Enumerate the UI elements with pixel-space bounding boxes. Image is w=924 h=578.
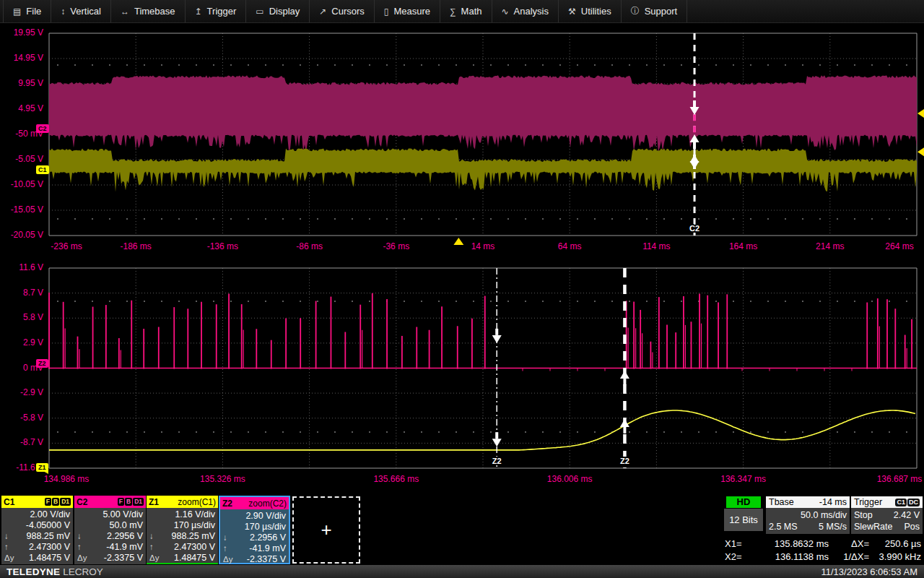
x-tick-label: 64 ms <box>530 241 609 251</box>
menu-item-cursors[interactable]: ↗Cursors <box>310 0 375 22</box>
y-tick-label: 19.95 V <box>0 27 43 38</box>
x-tick-label: 14 ms <box>443 241 523 251</box>
file-icon: ▤ <box>13 7 21 17</box>
cursor-readout: X1= 135.8632 ms ΔX= 250.6 µs X2= 136.113… <box>725 537 921 563</box>
timebase-icon: ↔ <box>121 7 129 17</box>
dx-label: ΔX= <box>829 538 869 549</box>
trigger-header: Trigger C1 DC <box>851 496 923 508</box>
brand-logo: TELEDYNE LECROY <box>6 566 103 577</box>
offset-value: -4.05000 V <box>19 520 70 530</box>
menu-item-math[interactable]: ∑Math <box>440 0 492 22</box>
zoom-grid[interactable]: Z2Z2 <box>49 268 924 486</box>
max-arrow-icon: ↑ <box>149 543 164 551</box>
zoom-source-z1: zoom(C1) <box>178 497 216 507</box>
display-icon: ▭ <box>256 7 263 17</box>
channel-panel-c1[interactable]: C1 F B D1 2.00 V/div -4.05000 V ↓988.25 … <box>1 496 73 564</box>
support-icon: ⓘ <box>631 5 640 17</box>
x-tick-label: -236 ms <box>27 241 106 251</box>
max-value: -41.9 mV <box>237 543 286 553</box>
trigger-body: Stop2.42 V SlewRatePos <box>851 508 923 534</box>
channel-readout-c2: 5.00 V/div 50.0 mV ↓2.2956 V ↑-41.9 mV Δ… <box>74 508 146 564</box>
y-tick-label: -20.05 V <box>0 230 43 240</box>
trigger-title: Trigger <box>854 497 882 507</box>
channel-label-c2: C2 <box>77 497 87 507</box>
delta-y-icon: Δy <box>4 553 19 562</box>
y-tick-label: -5.05 V <box>0 154 43 164</box>
cursor-label: Z2 <box>492 457 502 465</box>
zoom-label-z1: Z1 <box>149 497 159 507</box>
menu-item-trigger[interactable]: ↥Trigger <box>186 0 247 22</box>
menu-item-label: Trigger <box>207 6 237 17</box>
trigger-coupling-badge: DC <box>907 499 920 506</box>
menu-item-label: Timebase <box>134 6 175 17</box>
main-grid[interactable]: C2 <box>49 33 924 253</box>
y-tick-label: 9.95 V <box>0 78 43 88</box>
trigger-panel[interactable]: Trigger C1 DC Stop2.42 V SlewRatePos <box>851 496 923 534</box>
trace-z1 <box>49 410 915 450</box>
vdiv-value: 2.00 V/div <box>19 509 70 519</box>
delta-y-icon: Δy <box>77 553 92 562</box>
zoom-label-z2: Z2 <box>222 499 232 509</box>
level-marker[interactable] <box>918 109 924 118</box>
trigger-mode: Stop <box>854 510 873 520</box>
menu-item-label: Cursors <box>331 6 365 17</box>
channel-offset-tag-c2[interactable]: C2 <box>36 124 49 133</box>
timebase-panel[interactable]: Tbase -14 ms 50.0 ms/div 2.5 MS5 MS/s <box>766 496 850 534</box>
menu-item-utilities[interactable]: ⚒Utilities <box>559 0 622 22</box>
x-tick-label: -86 ms <box>270 241 349 251</box>
max-arrow-icon: ↑ <box>223 544 237 553</box>
invdx-label: 1/ΔX= <box>829 551 869 562</box>
y-tick-label: 8.7 V <box>0 288 43 298</box>
add-trace-dropzone[interactable]: + <box>292 496 360 564</box>
tdiv-value: 170 µs/div <box>164 520 215 530</box>
timebase-body: 50.0 ms/div 2.5 MS5 MS/s <box>766 508 850 534</box>
zoom-panel-z1[interactable]: Z1 zoom(C1) 1.16 V/div 170 µs/div ↓988.2… <box>147 496 218 564</box>
cursors-icon: ↗ <box>319 7 326 17</box>
zoom-panel-z1-header: Z1 zoom(C1) <box>147 496 218 508</box>
menu-item-measure[interactable]: ▯Measure <box>375 0 440 22</box>
channel-offset-tag-c1[interactable]: C1 <box>36 165 49 174</box>
tdiv-value: 170 µs/div <box>237 522 286 532</box>
x1-label: X1= <box>725 538 754 549</box>
menu-item-label: Display <box>269 6 300 17</box>
channel-panel-c2-header: C2 F B D1 <box>74 496 146 508</box>
menu-item-label: Support <box>645 6 678 17</box>
delta-y-value: 1.48475 V <box>19 553 70 563</box>
min-arrow-icon: ↓ <box>223 533 237 542</box>
x-tick-label: 136.347 ms <box>704 474 783 484</box>
measure-icon: ▯ <box>384 7 389 17</box>
channel-panel-c2[interactable]: C2 F B D1 5.00 V/div 50.0 mV ↓2.2956 V ↑… <box>74 496 146 564</box>
menu-item-display[interactable]: ▭Display <box>246 0 310 22</box>
menu-item-label: Measure <box>393 6 430 17</box>
min-arrow-icon: ↓ <box>77 532 92 540</box>
badge-d1: D1 <box>60 498 71 506</box>
zoom-readout-z2: 2.90 V/div 170 µs/div ↓2.2956 V ↑-41.9 m… <box>220 509 289 566</box>
dx-value: 250.6 µs <box>869 538 921 549</box>
badge-b: B <box>52 498 59 506</box>
badge-d1: D1 <box>133 498 144 506</box>
zoom-panel-z2[interactable]: Z2 zoom(C2) 2.90 V/div 170 µs/div ↓2.295… <box>219 496 290 564</box>
hd-mode-panel[interactable]: HD 12 Bits <box>724 496 763 531</box>
timebase-rate: 5 MS/s <box>819 522 847 532</box>
menu-item-timebase[interactable]: ↔Timebase <box>111 0 186 22</box>
max-arrow-icon: ↑ <box>4 543 19 551</box>
menu-item-label: Math <box>461 6 482 17</box>
channel-offset-tag-z2[interactable]: Z2 <box>36 359 48 368</box>
x1-value: 135.8632 ms <box>754 538 829 549</box>
timebase-title: Tbase <box>769 497 794 507</box>
min-value: 988.25 mV <box>19 531 70 541</box>
timebase-offset: -14 ms <box>819 497 847 507</box>
menu-item-label: Analysis <box>514 6 549 17</box>
max-value: 2.47300 V <box>164 542 215 552</box>
utilities-icon: ⚒ <box>568 7 576 17</box>
min-arrow-icon: ↓ <box>149 532 164 540</box>
status-bar: TELEDYNE LECROY 11/13/2023 6:06:53 AM <box>0 565 924 578</box>
level-marker[interactable] <box>918 147 924 156</box>
menu-item-analysis[interactable]: ∿Analysis <box>492 0 559 22</box>
cursor-label: Z2 <box>620 457 629 465</box>
menu-item-support[interactable]: ⓘSupport <box>622 0 688 22</box>
y-tick-label: 14.95 V <box>0 53 43 63</box>
menu-item-file[interactable]: ▤File <box>3 0 51 22</box>
menu-item-vertical[interactable]: ↕Vertical <box>51 0 111 22</box>
channel-offset-tag-z1[interactable]: Z1 <box>36 463 48 472</box>
